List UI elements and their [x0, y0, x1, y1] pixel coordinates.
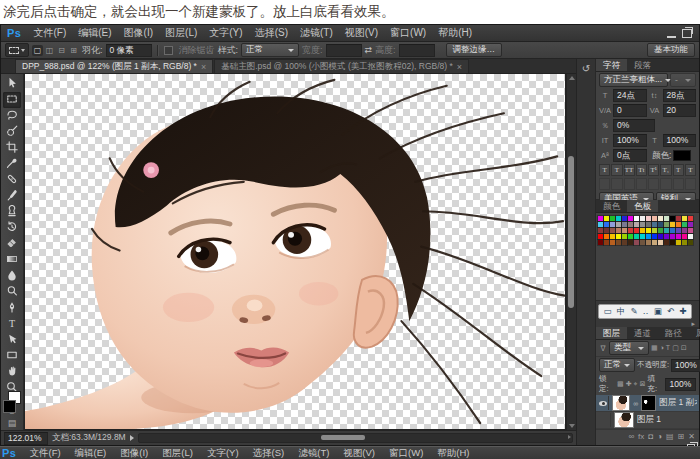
color-swatch[interactable]	[616, 234, 621, 239]
visibility-toggle[interactable]	[598, 396, 609, 410]
color-swatch[interactable]	[634, 228, 639, 233]
layer-effects-icon[interactable]: fx	[638, 432, 644, 441]
color-swatch[interactable]	[646, 240, 651, 245]
tool-button[interactable]	[3, 204, 21, 220]
close-tab-icon[interactable]: ×	[201, 62, 206, 72]
color-swatch[interactable]	[610, 216, 615, 221]
color-swatch[interactable]	[598, 216, 603, 221]
color-swatch[interactable]	[652, 228, 657, 233]
color-swatch[interactable]	[616, 228, 621, 233]
tab-color[interactable]: 颜色	[596, 200, 627, 212]
lock-pixels-icon[interactable]: ✚	[626, 380, 632, 388]
color-swatch[interactable]	[664, 240, 669, 245]
font-size-input[interactable]: 24点	[613, 89, 647, 102]
type-style-button[interactable]: TT	[624, 164, 635, 176]
color-swatch[interactable]	[658, 240, 663, 245]
color-swatch[interactable]	[640, 234, 645, 239]
style-dropdown[interactable]: 正常	[241, 43, 299, 57]
refine-edge-button[interactable]: 调整边缘…	[446, 43, 503, 57]
color-swatch[interactable]	[676, 234, 681, 239]
color-swatch[interactable]	[628, 228, 633, 233]
color-swatch[interactable]	[646, 222, 651, 227]
menu-item[interactable]: 文件(F)	[22, 447, 67, 459]
lock-transparency-icon[interactable]: ▩	[617, 380, 624, 388]
type-style-button[interactable]: Tt	[636, 164, 647, 176]
minimize-icon[interactable]	[667, 28, 676, 38]
color-swatch[interactable]	[604, 222, 609, 227]
color-swatch[interactable]	[598, 234, 603, 239]
tool-button[interactable]: T	[3, 316, 21, 332]
color-swatch[interactable]	[610, 240, 615, 245]
width-input[interactable]	[326, 44, 362, 57]
feather-input[interactable]: 0 像素	[106, 44, 152, 57]
cjk-style-button[interactable]	[673, 178, 684, 190]
color-swatch[interactable]	[634, 240, 639, 245]
layer-mask-thumbnail[interactable]	[641, 395, 656, 411]
delete-layer-icon[interactable]: ✕	[688, 432, 695, 441]
horizontal-scrollbar[interactable]	[138, 433, 573, 443]
color-swatch[interactable]	[622, 222, 627, 227]
tool-button[interactable]	[3, 76, 21, 92]
color-swatch[interactable]	[688, 228, 693, 233]
color-swatch[interactable]	[664, 222, 669, 227]
menu-item[interactable]: 滤镜(T)	[291, 447, 336, 459]
proportional-spacing-input[interactable]: 0%	[613, 119, 655, 132]
color-swatch[interactable]	[682, 240, 687, 245]
tab-layers[interactable]: 图层	[596, 327, 627, 339]
menu-item[interactable]: 滤镜(T)	[294, 26, 339, 40]
cjk-style-button[interactable]	[624, 178, 635, 190]
fill-input[interactable]: 100%	[665, 378, 696, 391]
shape-filter-icon[interactable]: ▢	[672, 344, 679, 352]
color-swatch[interactable]	[628, 234, 633, 239]
color-swatch[interactable]	[598, 240, 603, 245]
tab-channels[interactable]: 通道	[627, 327, 658, 339]
new-layer-icon[interactable]: ⊞	[678, 432, 685, 441]
color-swatch[interactable]	[604, 216, 609, 221]
color-swatch[interactable]	[628, 240, 633, 245]
tool-button[interactable]	[3, 332, 21, 348]
color-swatch[interactable]	[688, 216, 693, 221]
tool-button[interactable]	[3, 188, 21, 204]
color-swatch[interactable]	[670, 228, 675, 233]
color-swatch[interactable]	[640, 222, 645, 227]
text-annotate-icon[interactable]: 中	[617, 305, 626, 318]
color-swatch[interactable]	[646, 234, 651, 239]
tab-properties[interactable]: 属性	[689, 327, 700, 339]
menu-item[interactable]: 文字(Y)	[200, 447, 246, 459]
link-layers-icon[interactable]: ∞	[628, 432, 634, 441]
layer-group-icon[interactable]: ▤	[666, 432, 674, 441]
menu-item[interactable]: 选择(S)	[246, 447, 292, 459]
new-selection-icon[interactable]: ▢	[32, 45, 43, 56]
menu-item[interactable]: 文件(F)	[27, 26, 72, 40]
color-swatch[interactable]	[640, 240, 645, 245]
scroll-up-icon[interactable]	[569, 76, 575, 80]
tool-button[interactable]	[3, 364, 21, 380]
blend-mode-dropdown[interactable]: 正常	[599, 358, 635, 372]
color-swatch[interactable]	[610, 234, 615, 239]
swap-dimensions-icon[interactable]: ⇄	[365, 45, 373, 55]
type-style-button[interactable]: T¹	[648, 164, 659, 176]
color-swatch[interactable]	[634, 234, 639, 239]
opacity-input[interactable]: 100%	[671, 359, 700, 372]
menu-item[interactable]: 视图(V)	[336, 447, 382, 459]
menu-item[interactable]: 编辑(E)	[72, 26, 117, 40]
color-swatch[interactable]	[634, 216, 639, 221]
color-swatch[interactable]	[670, 240, 675, 245]
visibility-toggle[interactable]	[598, 413, 611, 427]
menu-item[interactable]: 视图(V)	[339, 26, 384, 40]
tool-button[interactable]	[3, 156, 21, 172]
color-swatch[interactable]	[634, 222, 639, 227]
menu-item[interactable]: 帮助(H)	[432, 26, 478, 40]
screen-mode-icon[interactable]: ▤	[8, 417, 17, 430]
pin-icon[interactable]: ✚	[679, 305, 686, 318]
region-select-icon[interactable]: ▭	[604, 305, 612, 318]
font-style-dropdown[interactable]: -	[670, 73, 696, 87]
document-tab[interactable]: 基础主图.psd @ 100% (小图模式 (美工抠图教程02), RGB/8)…	[214, 59, 469, 73]
color-swatch[interactable]	[628, 216, 633, 221]
color-swatch[interactable]	[682, 222, 687, 227]
color-swatch[interactable]	[604, 240, 609, 245]
color-swatch[interactable]	[610, 228, 615, 233]
tool-button[interactable]	[3, 124, 21, 140]
layer-thumbnail[interactable]	[612, 395, 630, 411]
color-swatch[interactable]	[658, 222, 663, 227]
